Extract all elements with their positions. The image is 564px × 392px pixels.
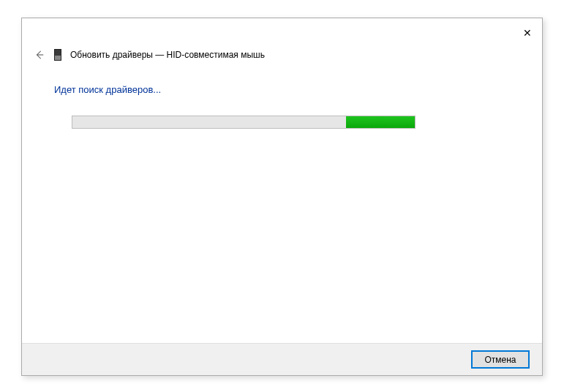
dialog-title: Обновить драйверы — HID-совместимая мышь: [70, 50, 265, 60]
dialog-header: Обновить драйверы — HID-совместимая мышь: [34, 49, 265, 61]
dialog-footer: Отмена: [22, 343, 542, 375]
update-drivers-dialog: ✕ Обновить драйверы — HID-совместимая мы…: [21, 18, 543, 376]
close-icon: ✕: [523, 27, 532, 39]
close-button[interactable]: ✕: [520, 26, 535, 40]
device-icon: [54, 49, 61, 61]
progress-indicator: [346, 116, 415, 128]
status-text: Идет поиск драйверов...: [54, 84, 510, 95]
back-button[interactable]: [34, 49, 45, 61]
back-arrow-icon: [34, 50, 45, 60]
progress-bar: [72, 116, 416, 129]
cancel-button[interactable]: Отмена: [472, 351, 529, 368]
dialog-content: Идет поиск драйверов...: [54, 84, 510, 129]
